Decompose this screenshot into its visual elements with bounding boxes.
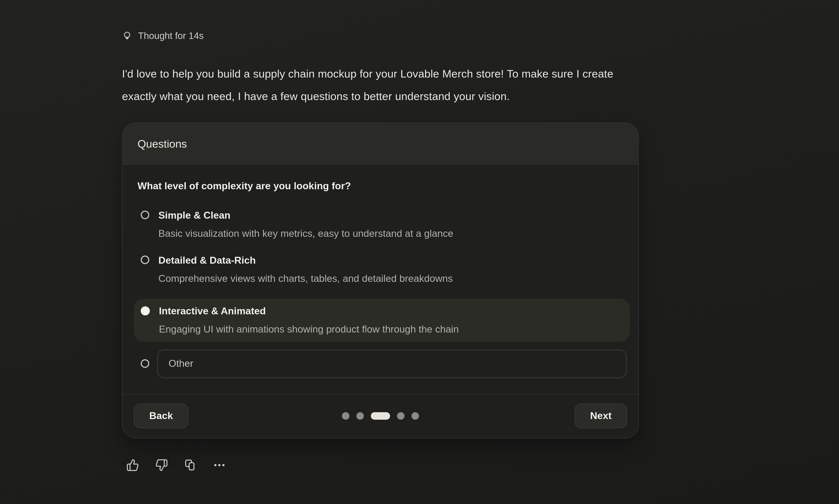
question-text: What level of complexity are you looking… [138,180,623,192]
thought-toggle[interactable]: Thought for 14s [122,29,204,42]
pagination-dots [342,412,419,420]
thumbs-up-icon[interactable] [126,458,139,471]
chat-canvas: Thought for 14s I'd love to help you bui… [0,0,839,504]
message-line: exactly what you need, I have a few ques… [122,85,839,107]
option-description: Comprehensive views with charts, tables,… [158,272,453,285]
option-title: Detailed & Data-Rich [158,254,453,267]
radio-unselected-icon[interactable] [141,211,149,219]
questions-card: Questions What level of complexity are y… [122,122,639,438]
option-description: Engaging UI with animations showing prod… [159,323,459,336]
pagination-dot [397,412,404,420]
card-body: What level of complexity are you looking… [123,165,639,394]
back-button[interactable]: Back [134,403,189,428]
card-footer: Back Next [123,394,639,438]
assistant-message: I'd love to help you build a supply chai… [122,62,839,107]
option-detailed-data-rich[interactable]: Detailed & Data-Rich Comprehensive views… [138,254,623,285]
option-description: Basic visualization with key metrics, ea… [158,227,454,240]
next-button[interactable]: Next [575,403,627,428]
radio-unselected-icon[interactable] [141,255,149,264]
pagination-dot [356,412,364,420]
card-header: Questions [123,123,639,166]
option-title: Simple & Clean [158,209,454,222]
option-interactive-animated[interactable]: Interactive & Animated Engaging UI with … [134,299,630,342]
assistant-turn: Thought for 14s I'd love to help you bui… [0,0,839,471]
message-actions [126,458,839,471]
more-options-icon[interactable] [213,458,226,471]
card-title: Questions [138,138,187,150]
thought-label: Thought for 14s [138,30,204,41]
copy-icon[interactable] [184,458,197,471]
pagination-dot [342,412,349,420]
other-option-input[interactable] [157,349,627,378]
message-line: I'd love to help you build a supply chai… [122,62,839,85]
option-title: Interactive & Animated [159,305,459,318]
pagination-dot [412,412,419,420]
option-other[interactable] [138,349,623,378]
radio-unselected-icon[interactable] [141,359,149,368]
option-simple-clean[interactable]: Simple & Clean Basic visualization with … [138,209,623,240]
pagination-active-dot [371,412,390,420]
radio-selected-icon[interactable] [141,306,150,315]
thumbs-down-icon[interactable] [155,458,168,471]
lightbulb-icon [122,30,132,41]
